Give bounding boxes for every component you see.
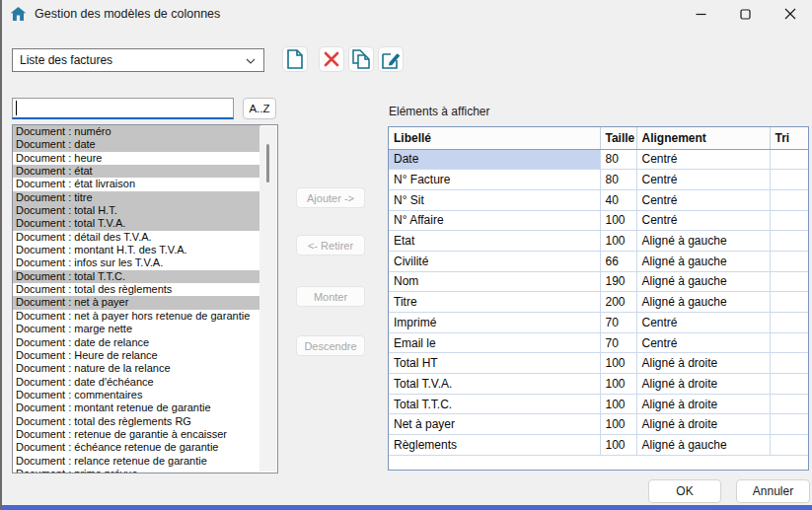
list-item[interactable]: Document : état	[13, 165, 260, 178]
delete-template-button[interactable]	[319, 46, 344, 72]
list-item[interactable]: Document : prime prévue	[13, 468, 260, 474]
cell-taille[interactable]: 100	[600, 435, 636, 456]
list-item[interactable]: Document : détail des T.V.A.	[13, 231, 260, 244]
cell-tri[interactable]	[770, 189, 808, 210]
cell-libelle[interactable]: Règlements	[389, 435, 600, 456]
list-item[interactable]: Document : infos sur les T.V.A.	[13, 256, 260, 269]
move-up-button[interactable]: Monter	[296, 286, 365, 307]
cell-tri[interactable]	[770, 292, 808, 313]
cell-tri[interactable]	[770, 210, 808, 231]
cell-libelle[interactable]: Titre	[389, 292, 600, 313]
cell-tri[interactable]	[770, 332, 808, 353]
column-header[interactable]: Tri	[770, 127, 808, 149]
cell-libelle[interactable]: Date	[389, 149, 600, 170]
cell-libelle[interactable]: N° Facture	[389, 170, 600, 190]
list-item[interactable]: Document : net à payer hors retenue de g…	[13, 310, 260, 323]
list-scrollbar[interactable]	[259, 126, 276, 472]
cell-alignement[interactable]: Aligné à gauche	[636, 292, 770, 313]
cell-taille[interactable]: 80	[600, 170, 636, 190]
cell-libelle[interactable]: N° Affaire	[389, 210, 600, 231]
list-item[interactable]: Document : total des règlements	[13, 283, 260, 296]
list-item[interactable]: Document : relance retenue de garantie	[13, 455, 260, 468]
filter-input[interactable]	[12, 98, 234, 119]
new-template-button[interactable]	[282, 46, 308, 72]
cell-taille[interactable]: 100	[600, 374, 636, 395]
cell-alignement[interactable]: Aligné à droite	[636, 374, 770, 395]
list-item[interactable]: Document : total T.V.A.	[13, 217, 260, 230]
list-item[interactable]: Document : commentaires	[13, 389, 260, 401]
cell-taille[interactable]: 40	[600, 189, 636, 210]
add-button[interactable]: Ajouter ->	[296, 187, 365, 208]
list-item[interactable]: Document : montant H.T. des T.V.A.	[13, 244, 260, 256]
edit-template-button[interactable]	[378, 46, 404, 72]
list-item[interactable]: Document : nature de la relance	[13, 362, 260, 375]
cell-tri[interactable]	[770, 149, 808, 170]
cell-taille[interactable]: 100	[600, 414, 636, 435]
cell-taille[interactable]: 100	[600, 210, 636, 231]
list-item[interactable]: Document : date d'échéance	[13, 376, 260, 389]
cell-alignement[interactable]: Aligné à gauche	[636, 435, 770, 456]
cell-alignement[interactable]: Centré	[636, 189, 770, 210]
cell-taille[interactable]: 70	[600, 313, 636, 333]
cell-libelle[interactable]: N° Sit	[389, 189, 600, 210]
cell-alignement[interactable]: Centré	[636, 170, 770, 190]
list-item[interactable]: Document : date de relance	[13, 336, 260, 349]
move-down-button[interactable]: Descendre	[296, 335, 365, 356]
cell-libelle[interactable]: Total T.T.C.	[389, 394, 600, 414]
cell-alignement[interactable]: Aligné à droite	[636, 353, 770, 374]
cell-taille[interactable]: 190	[600, 271, 636, 292]
column-header[interactable]: Alignement	[636, 127, 770, 149]
cell-alignement[interactable]: Centré	[636, 210, 770, 231]
list-item[interactable]: Document : net à payer	[13, 296, 260, 309]
ok-button[interactable]: OK	[648, 479, 721, 503]
list-item[interactable]: Document : échéance retenue de garantie	[13, 441, 260, 454]
column-header[interactable]: Libellé	[389, 127, 600, 149]
cell-taille[interactable]: 100	[600, 394, 636, 414]
cell-alignement[interactable]: Centré	[636, 313, 770, 333]
cell-tri[interactable]	[770, 170, 808, 190]
cell-tri[interactable]	[770, 435, 808, 456]
cell-alignement[interactable]: Aligné à gauche	[636, 231, 770, 252]
cell-tri[interactable]	[770, 231, 808, 252]
remove-button[interactable]: <- Retirer	[296, 235, 365, 255]
sort-az-button[interactable]: A..Z	[243, 98, 276, 119]
close-button[interactable]	[768, 0, 812, 28]
cell-alignement[interactable]: Aligné à gauche	[636, 251, 770, 271]
list-item[interactable]: Document : total H.T.	[13, 204, 260, 217]
cell-taille[interactable]: 200	[600, 292, 636, 313]
column-header[interactable]: Taille	[600, 127, 636, 149]
cell-tri[interactable]	[770, 313, 808, 333]
cell-alignement[interactable]: Centré	[636, 149, 770, 170]
cell-alignement[interactable]: Centré	[636, 332, 770, 353]
cell-tri[interactable]	[770, 394, 808, 414]
maximize-button[interactable]	[723, 0, 768, 28]
list-item[interactable]: Document : titre	[13, 191, 260, 204]
cell-libelle[interactable]: Etat	[389, 231, 600, 252]
list-item[interactable]: Document : marge nette	[13, 323, 260, 335]
cell-libelle[interactable]: Civilité	[389, 251, 600, 271]
minimize-button[interactable]	[679, 0, 723, 28]
cancel-button[interactable]: Annuler	[736, 479, 810, 503]
cell-tri[interactable]	[770, 414, 808, 435]
list-item[interactable]: Document : date	[13, 138, 260, 151]
cell-taille[interactable]: 70	[600, 332, 636, 353]
cell-alignement[interactable]: Aligné à droite	[636, 394, 770, 414]
list-item[interactable]: Document : total T.T.C.	[13, 270, 260, 283]
duplicate-template-button[interactable]	[348, 46, 374, 72]
cell-libelle[interactable]: Net à payer	[389, 414, 600, 435]
list-item[interactable]: Document : montant retenue de garantie	[13, 401, 260, 414]
list-item[interactable]: Document : retenue de garantie à encaiss…	[13, 428, 260, 441]
cell-libelle[interactable]: Total HT	[389, 353, 600, 374]
list-item[interactable]: Document : heure	[13, 152, 260, 165]
cell-libelle[interactable]: Email le	[389, 332, 600, 353]
list-item[interactable]: Document : numéro	[13, 125, 260, 138]
cell-libelle[interactable]: Imprimé	[389, 313, 600, 333]
list-item[interactable]: Document : Heure de relance	[13, 349, 260, 362]
cell-taille[interactable]: 66	[600, 251, 636, 271]
list-item[interactable]: Document : total des règlements RG	[13, 415, 260, 428]
cell-alignement[interactable]: Aligné à droite	[636, 414, 770, 435]
scrollbar-thumb[interactable]	[266, 144, 269, 182]
template-select[interactable]: Liste des factures	[12, 48, 264, 72]
cell-libelle[interactable]: Nom	[389, 271, 600, 292]
cell-taille[interactable]: 100	[600, 353, 636, 374]
